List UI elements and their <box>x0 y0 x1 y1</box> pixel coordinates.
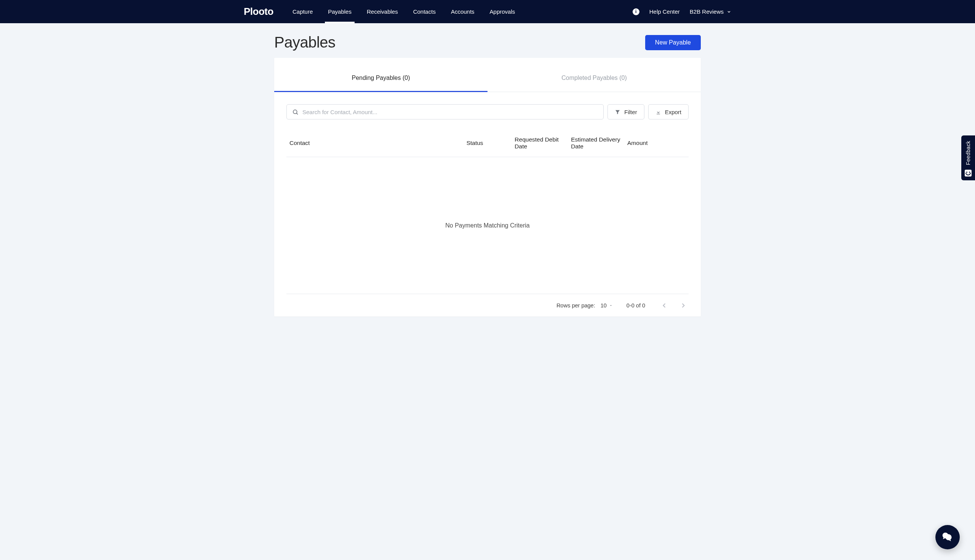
chat-fab[interactable] <box>935 525 960 549</box>
col-estimated-delivery-date[interactable]: Estimated Delivery Date <box>568 132 624 157</box>
export-button[interactable]: Export <box>648 104 689 120</box>
search-box[interactable] <box>286 104 604 120</box>
tab-completed-payables[interactable]: Completed Payables (0) <box>487 64 701 92</box>
tab-pending-payables[interactable]: Pending Payables (0) <box>274 64 487 92</box>
nav-item-accounts[interactable]: Accounts <box>443 0 482 23</box>
pagination: Rows per page: 10 0-0 of 0 <box>286 294 689 317</box>
payables-tabs: Pending Payables (0) Completed Payables … <box>274 64 701 92</box>
page-title: Payables <box>274 34 336 51</box>
b2b-reviews-label: B2B Reviews <box>690 8 724 15</box>
nav-item-payables[interactable]: Payables <box>320 0 359 23</box>
main-nav: Capture Payables Receivables Contacts Ac… <box>285 0 523 23</box>
search-input[interactable] <box>299 109 598 115</box>
payables-table: Contact Status Requested Debit Date Esti… <box>286 132 689 157</box>
col-requested-debit-date[interactable]: Requested Debit Date <box>512 132 568 157</box>
help-center-link[interactable]: Help Center <box>649 8 680 15</box>
feedback-tab[interactable]: Feedback <box>961 135 975 180</box>
table-header-row: Contact Status Requested Debit Date Esti… <box>286 132 689 157</box>
chevron-down-icon <box>727 10 731 14</box>
col-status[interactable]: Status <box>463 132 512 157</box>
rows-per-page-label: Rows per page: <box>557 302 595 308</box>
chevron-left-icon <box>661 302 668 309</box>
brand-logo[interactable]: Plooto <box>244 0 285 23</box>
payables-card: Pending Payables (0) Completed Payables … <box>274 58 701 317</box>
filter-button[interactable]: Filter <box>607 104 644 120</box>
top-nav: Plooto Capture Payables Receivables Cont… <box>0 0 975 23</box>
b2b-reviews-dropdown[interactable]: B2B Reviews <box>690 8 731 15</box>
col-contact[interactable]: Contact <box>286 132 463 157</box>
filter-icon <box>615 109 620 115</box>
info-icon[interactable]: i <box>632 8 639 15</box>
feedback-label: Feedback <box>965 141 971 165</box>
rows-per-page-select[interactable]: 10 <box>600 302 613 308</box>
page-range: 0-0 of 0 <box>627 302 645 308</box>
svg-line-1 <box>296 113 298 114</box>
svg-point-0 <box>293 110 297 113</box>
nav-item-receivables[interactable]: Receivables <box>359 0 406 23</box>
caret-down-icon <box>609 303 613 307</box>
nav-item-contacts[interactable]: Contacts <box>406 0 443 23</box>
empty-state: No Payments Matching Criteria <box>286 157 689 294</box>
download-icon <box>656 109 661 115</box>
new-payable-button[interactable]: New Payable <box>645 35 701 50</box>
search-icon <box>292 109 299 115</box>
col-amount[interactable]: Amount <box>624 132 689 157</box>
export-label: Export <box>665 109 681 115</box>
filter-label: Filter <box>624 109 637 115</box>
nav-item-approvals[interactable]: Approvals <box>482 0 523 23</box>
prev-page-button[interactable] <box>659 300 669 311</box>
rows-per-page-value: 10 <box>600 302 607 308</box>
smiley-icon <box>965 170 972 177</box>
nav-item-capture[interactable]: Capture <box>285 0 320 23</box>
tab-completed-label: Completed Payables (0) <box>561 75 627 82</box>
tab-pending-label: Pending Payables (0) <box>352 75 410 82</box>
chat-icon <box>942 531 954 543</box>
next-page-button[interactable] <box>678 300 689 311</box>
chevron-right-icon <box>679 302 687 309</box>
